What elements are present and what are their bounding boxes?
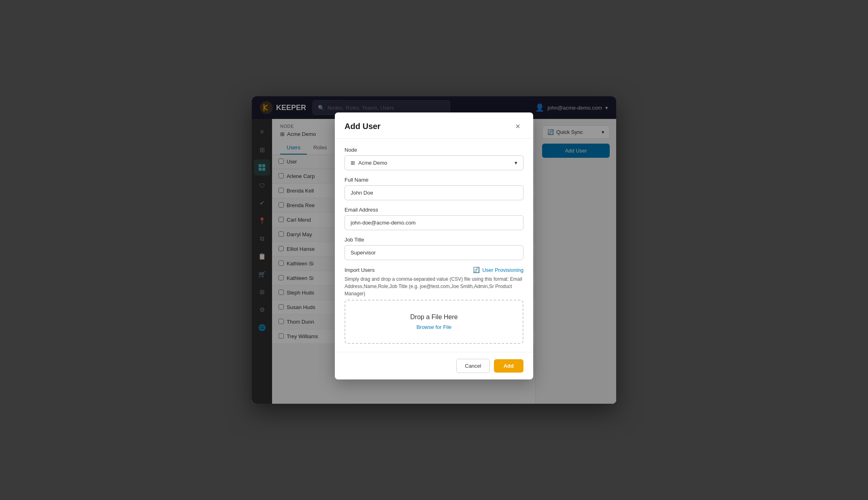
import-label: Import Users: [345, 267, 374, 273]
node-form-group: Node ⊞ Acme Demo ▾: [345, 147, 523, 170]
node-select-value: Acme Demo: [358, 160, 387, 166]
full-name-input[interactable]: [345, 185, 523, 200]
full-name-label: Full Name: [345, 177, 523, 183]
drop-zone[interactable]: Drop a File Here Browse for File: [345, 300, 523, 344]
chevron-down-icon: ▾: [515, 160, 517, 166]
modal-header: Add User ×: [335, 112, 533, 139]
cancel-button[interactable]: Cancel: [456, 359, 489, 373]
browse-for-file-link[interactable]: Browse for File: [417, 324, 452, 330]
import-header: Import Users 🔄 User Provisioning: [345, 267, 523, 273]
modal-title: Add User: [345, 122, 381, 131]
user-provisioning-icon: 🔄: [473, 267, 480, 273]
add-button[interactable]: Add: [494, 359, 523, 373]
close-button[interactable]: ×: [512, 121, 523, 132]
node-grid-icon: ⊞: [351, 160, 355, 166]
job-title-input[interactable]: [345, 245, 523, 260]
modal-backdrop: Add User × Node ⊞ Acme Demo ▾: [252, 96, 616, 404]
modal-body: Node ⊞ Acme Demo ▾ Full Name: [335, 139, 533, 352]
import-users-group: Import Users 🔄 User Provisioning Simply …: [345, 267, 523, 344]
modal-footer: Cancel Add: [335, 352, 533, 379]
user-provisioning-link[interactable]: 🔄 User Provisioning: [473, 267, 523, 273]
full-name-form-group: Full Name: [345, 177, 523, 200]
drop-zone-title: Drop a File Here: [410, 314, 457, 321]
job-title-label: Job Title: [345, 237, 523, 243]
app-window: KEEPER 🔍 👤 john@acme-demo.com ▾ ≡ ⊞: [252, 96, 616, 404]
node-select[interactable]: ⊞ Acme Demo ▾: [345, 155, 523, 170]
add-user-modal: Add User × Node ⊞ Acme Demo ▾: [335, 112, 533, 379]
user-provisioning-label: User Provisioning: [482, 267, 523, 273]
node-form-label: Node: [345, 147, 523, 153]
email-form-group: Email Address: [345, 207, 523, 230]
email-label: Email Address: [345, 207, 523, 213]
node-select-inner: ⊞ Acme Demo: [351, 160, 387, 166]
email-input[interactable]: [345, 215, 523, 230]
job-title-form-group: Job Title: [345, 237, 523, 260]
import-description: Simply drag and drop a comma-separated v…: [345, 275, 523, 297]
